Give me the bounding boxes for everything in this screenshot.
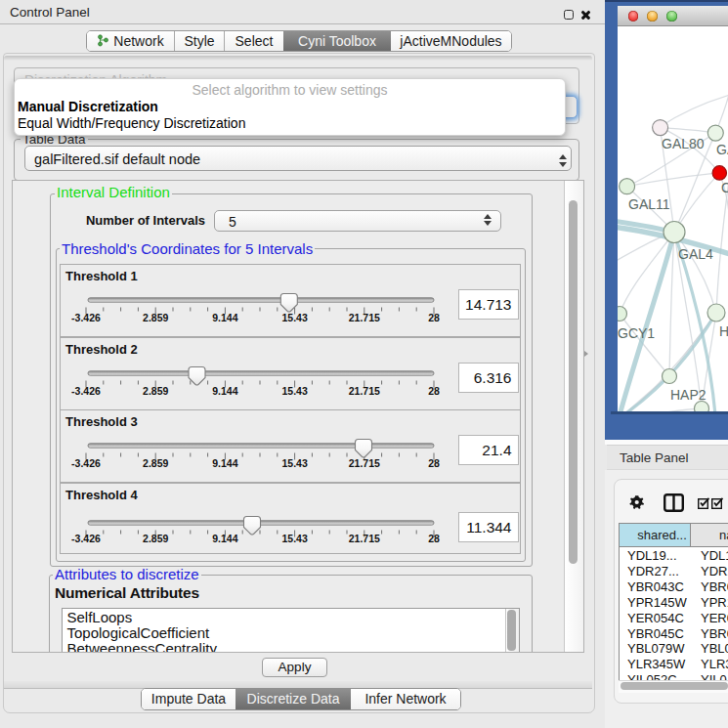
svg-text:-3.426: -3.426 bbox=[71, 532, 101, 543]
svg-text:28: 28 bbox=[428, 532, 440, 543]
svg-text:-3.426: -3.426 bbox=[71, 385, 101, 397]
svg-text:28: 28 bbox=[428, 385, 440, 397]
svg-text:21.715: 21.715 bbox=[349, 312, 380, 323]
svg-text:HAP2: HAP2 bbox=[670, 387, 707, 403]
svg-text:21.715: 21.715 bbox=[349, 532, 380, 543]
svg-text:GAL80: GAL80 bbox=[662, 136, 705, 151]
svg-text:2.859: 2.859 bbox=[143, 457, 168, 469]
svg-text:C: C bbox=[721, 180, 728, 195]
svg-text:15.43: 15.43 bbox=[281, 312, 307, 323]
svg-text:21.715: 21.715 bbox=[349, 385, 380, 397]
svg-text:28: 28 bbox=[428, 457, 440, 469]
svg-text:2.859: 2.859 bbox=[143, 312, 168, 323]
svg-text:GA: GA bbox=[716, 142, 728, 157]
svg-text:9.144: 9.144 bbox=[212, 312, 237, 323]
svg-text:15.43: 15.43 bbox=[281, 532, 307, 543]
svg-text:28: 28 bbox=[428, 312, 440, 323]
svg-text:21.715: 21.715 bbox=[349, 457, 380, 469]
svg-text:15.43: 15.43 bbox=[281, 385, 307, 397]
svg-text:15.43: 15.43 bbox=[281, 457, 307, 469]
svg-text:9.144: 9.144 bbox=[212, 457, 237, 469]
svg-text:GCY1: GCY1 bbox=[618, 325, 655, 341]
svg-text:9.144: 9.144 bbox=[212, 385, 237, 397]
svg-text:-3.426: -3.426 bbox=[71, 457, 101, 469]
svg-text:2.859: 2.859 bbox=[143, 385, 168, 397]
svg-text:H: H bbox=[719, 323, 728, 339]
svg-text:-3.426: -3.426 bbox=[71, 312, 101, 323]
svg-text:2.859: 2.859 bbox=[143, 532, 168, 543]
svg-text:9.144: 9.144 bbox=[212, 532, 237, 543]
svg-text:GAL11: GAL11 bbox=[628, 196, 670, 212]
svg-text:GAL4: GAL4 bbox=[678, 246, 713, 262]
